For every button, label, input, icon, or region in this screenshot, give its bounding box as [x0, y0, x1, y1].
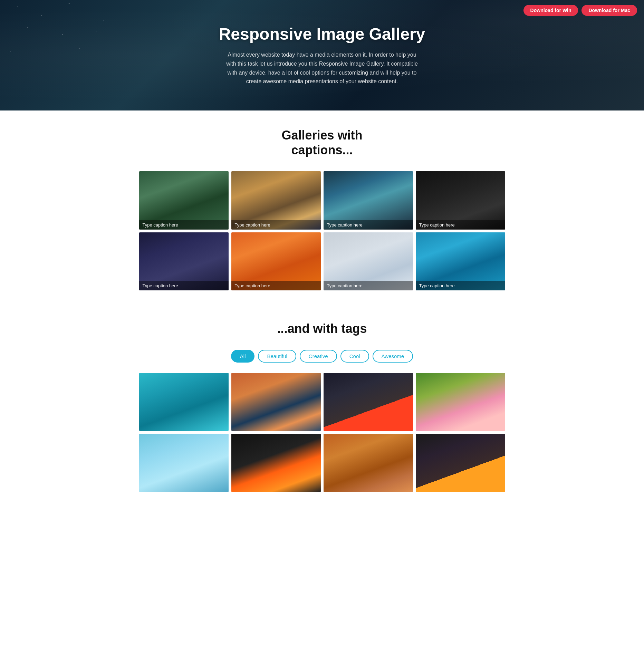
gallery-item[interactable]: Type caption here — [416, 171, 505, 229]
tags-section: ...and with tags All Beautiful Creative … — [132, 304, 512, 506]
header-nav: Download for Win Download for Mac — [523, 5, 637, 16]
captions-gallery-grid: Type caption here Type caption here Type… — [139, 171, 505, 290]
gallery-item[interactable]: Type caption here — [324, 232, 413, 290]
tags-gallery-item[interactable] — [139, 373, 229, 431]
svg-point-23 — [79, 48, 79, 48]
svg-point-2 — [69, 3, 69, 4]
gallery-item[interactable]: Type caption here — [231, 171, 321, 229]
svg-point-1 — [41, 15, 42, 16]
tag-filter-awesome[interactable]: Awesome — [373, 350, 413, 363]
gallery-item[interactable]: Type caption here — [324, 171, 413, 229]
tags-gallery-item[interactable] — [324, 373, 413, 431]
tags-gallery-item[interactable] — [324, 434, 413, 492]
gallery-caption: Type caption here — [324, 220, 413, 230]
svg-point-12 — [62, 34, 63, 35]
tags-gallery-item[interactable] — [416, 373, 505, 431]
download-mac-button[interactable]: Download for Mac — [581, 5, 637, 16]
gallery-item[interactable]: Type caption here — [139, 171, 229, 229]
tag-filter-beautiful[interactable]: Beautiful — [258, 350, 296, 363]
tags-section-title: ...and with tags — [139, 321, 505, 336]
gallery-item[interactable]: Type caption here — [139, 232, 229, 290]
svg-point-11 — [27, 27, 28, 28]
gallery-caption: Type caption here — [416, 281, 505, 290]
gallery-item[interactable]: Type caption here — [231, 232, 321, 290]
page-header: Download for Win Download for Mac Respon… — [0, 0, 644, 110]
gallery-caption: Type caption here — [139, 281, 229, 290]
tag-filters: All Beautiful Creative Cool Awesome — [139, 350, 505, 363]
download-win-button[interactable]: Download for Win — [523, 5, 578, 16]
gallery-caption: Type caption here — [139, 220, 229, 230]
gallery-caption: Type caption here — [416, 220, 505, 230]
svg-point-21 — [10, 51, 11, 52]
tag-filter-all[interactable]: All — [231, 350, 255, 363]
gallery-item[interactable]: Type caption here — [416, 232, 505, 290]
tag-filter-creative[interactable]: Creative — [300, 350, 337, 363]
captions-section-title: Galleries withcaptions... — [139, 128, 505, 157]
gallery-caption: Type caption here — [231, 281, 321, 290]
tags-gallery-item[interactable] — [231, 373, 321, 431]
gallery-caption: Type caption here — [324, 281, 413, 290]
tags-gallery-item[interactable] — [139, 434, 229, 492]
stars-decoration — [0, 0, 104, 52]
svg-point-13 — [96, 31, 97, 31]
gallery-caption: Type caption here — [231, 220, 321, 230]
captions-section: Galleries withcaptions... Type caption h… — [132, 110, 512, 304]
tag-filter-cool[interactable]: Cool — [340, 350, 369, 363]
tags-gallery-item[interactable] — [416, 434, 505, 492]
svg-point-0 — [17, 7, 18, 7]
tags-gallery-grid — [139, 373, 505, 492]
svg-point-3 — [103, 20, 104, 21]
page-title: Responsive Image Gallery — [219, 25, 425, 44]
tags-gallery-item[interactable] — [231, 434, 321, 492]
header-description: Almost every website today have a media … — [225, 50, 419, 86]
